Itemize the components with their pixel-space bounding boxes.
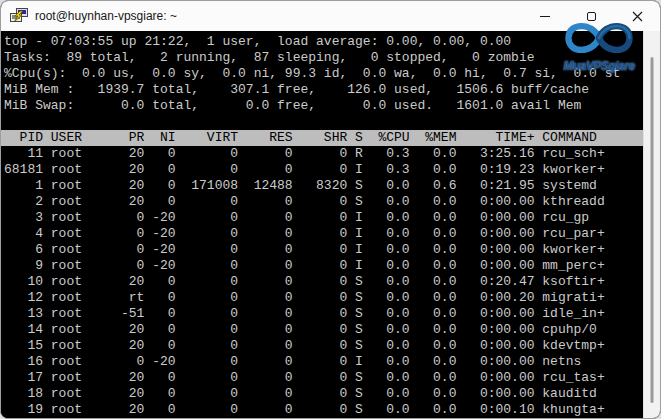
top-mem-line: MiB Mem : 1939.7 total, 307.1 free, 126.… (1, 82, 643, 98)
top-uptime-line: top - 07:03:55 up 21:22, 1 user, load av… (1, 34, 643, 50)
terminal-screen[interactable]: top - 07:03:55 up 21:22, 1 user, load av… (1, 31, 643, 419)
close-button[interactable] (614, 1, 660, 31)
process-row: 12 root rt 0 0 0 0 S 0.0 0.0 0:00.20 mig… (1, 290, 643, 306)
process-row: 1 root 20 0 171008 12488 8320 S 0.0 0.6 … (1, 178, 643, 194)
process-rows: 11 root 20 0 0 0 0 R 0.3 0.0 3:25.16 rcu… (1, 146, 643, 418)
maximize-button[interactable] (568, 1, 614, 31)
process-table-header: PID USER PR NI VIRT RES SHR S %CPU %MEM … (1, 130, 643, 146)
process-row: 3 root 0 -20 0 0 0 I 0.0 0.0 0:00.00 rcu… (1, 210, 643, 226)
process-row: 2 root 20 0 0 0 0 S 0.0 0.0 0:00.00 kthr… (1, 194, 643, 210)
process-row: 11 root 20 0 0 0 0 R 0.3 0.0 3:25.16 rcu… (1, 146, 643, 162)
maximize-icon (587, 12, 596, 21)
scrollbar-thumb[interactable] (651, 57, 654, 403)
terminal-scrollbar[interactable] (643, 31, 660, 419)
top-cpu-line: %Cpu(s): 0.0 us, 0.0 sy, 0.0 ni, 99.3 id… (1, 66, 643, 82)
process-row: 18 root 20 0 0 0 0 S 0.0 0.0 0:00.00 kau… (1, 386, 643, 402)
process-row: 9 root 0 -20 0 0 0 I 0.0 0.0 0:00.00 mm_… (1, 258, 643, 274)
process-row: 16 root 0 -20 0 0 0 I 0.0 0.0 0:00.00 ne… (1, 354, 643, 370)
window-title: root@huynhan-vpsgiare: ~ (35, 9, 177, 23)
blank-line (1, 114, 643, 130)
top-tasks-line: Tasks: 89 total, 2 running, 87 sleeping,… (1, 50, 643, 66)
process-row: 6 root 0 -20 0 0 0 I 0.0 0.0 0:00.00 kwo… (1, 242, 643, 258)
putty-icon[interactable] (10, 8, 28, 24)
process-row: 68181 root 20 0 0 0 0 I 0.3 0.0 0:19.23 … (1, 162, 643, 178)
process-row: 14 root 20 0 0 0 0 S 0.0 0.0 0:00.00 cpu… (1, 322, 643, 338)
window-titlebar[interactable]: root@huynhan-vpsgiare: ~ (1, 1, 660, 31)
terminal-window: root@huynhan-vpsgiare: ~ top - 07:03:55 … (0, 0, 661, 419)
process-row: 15 root 20 0 0 0 0 S 0.0 0.0 0:00.00 kde… (1, 338, 643, 354)
window-controls (522, 1, 660, 31)
minimize-icon (540, 16, 550, 17)
window-body: top - 07:03:55 up 21:22, 1 user, load av… (1, 31, 660, 419)
process-row: 10 root 20 0 0 0 0 S 0.0 0.0 0:20.47 kso… (1, 274, 643, 290)
minimize-button[interactable] (522, 1, 568, 31)
process-row: 19 root 20 0 0 0 0 S 0.0 0.0 0:00.10 khu… (1, 402, 643, 418)
close-icon (632, 11, 643, 22)
process-row: 13 root -51 0 0 0 0 S 0.0 0.0 0:00.00 id… (1, 306, 643, 322)
process-row: 4 root 0 -20 0 0 0 I 0.0 0.0 0:00.00 rcu… (1, 226, 643, 242)
process-row: 17 root 20 0 0 0 0 S 0.0 0.0 0:00.00 rcu… (1, 370, 643, 386)
top-swap-line: MiB Swap: 0.0 total, 0.0 free, 0.0 used.… (1, 98, 643, 114)
